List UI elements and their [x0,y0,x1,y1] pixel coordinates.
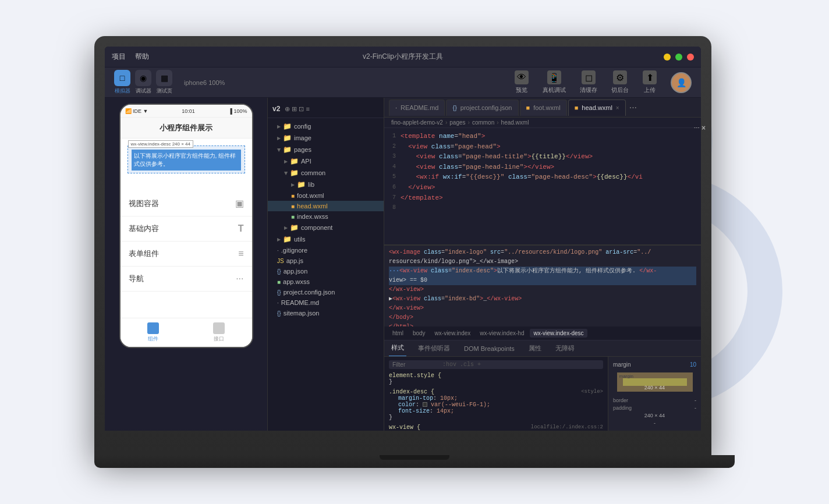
tree-label-lib: lib [308,181,314,188]
tab-foot[interactable]: ■ foot.wxml [520,100,567,116]
folder-icon-api: 📁 [290,157,299,165]
phone-status-left: 📶 IDE ▼ [125,108,148,114]
devtools-tab-dom[interactable]: DOM Breakpoints [462,340,517,357]
tree-item-foot-wxml[interactable]: ■ foot.wxml [268,190,384,201]
html-line-text-5: </wx-view> [389,285,424,294]
tree-label-image: image [294,134,311,141]
upload-action[interactable]: ⬆ 上传 [643,70,657,94]
code-text-7: </template> [401,193,443,204]
file-panel-actions[interactable]: ⊕ ⊞ ⊡ ≡ [285,105,310,113]
preview-label: 预览 [516,86,527,94]
tab-readme[interactable]: · README.md [389,100,445,116]
devtools-element-tabs: html body wx-view.index wx-view.index-hd… [384,326,701,340]
window-minimize[interactable] [664,54,671,61]
styles-filter-input[interactable] [392,361,439,368]
tree-item-component[interactable]: ▶ 📁 component [268,222,384,233]
arrow-lib: ▶ [291,182,295,187]
preview-action[interactable]: 👁 预览 [515,70,529,94]
code-section[interactable]: 1 <template name="head"> 2 <view class="… [384,128,701,244]
tree-item-head-wxml[interactable]: ■ head.wxml [268,201,384,211]
list-item-label-2: 基础内容 [129,223,159,234]
code-line-4: 4 <view class="page-head-line"></view> [384,162,701,173]
devtools-tab-accessibility[interactable]: 无障碍 [553,340,577,357]
switch-backend-label: 切后台 [611,86,629,94]
arrow-utils: ▶ [277,237,281,242]
tree-item-common[interactable]: ▶ 📁 common [268,167,384,179]
upload-icon: ⬆ [643,70,657,84]
devtools-tab-styles[interactable]: 样式 [389,340,406,357]
menu-project[interactable]: 项目 [112,52,126,62]
tree-item-api[interactable]: ▶ 📁 API [268,155,384,167]
list-item-form[interactable]: 表单组件 ≡ [121,242,252,267]
window-close[interactable] [687,54,694,61]
styles-filter[interactable]: :hov .cls + [389,360,603,369]
tree-item-config[interactable]: ▶ 📁 config [268,120,384,132]
box-model-sections: border - padding - 240 × 44 [613,397,696,426]
file-icon-app-js: JS [277,258,284,264]
list-item-nav[interactable]: 导航 ··· [121,267,252,292]
code-line-7: 7 </template> [384,193,701,204]
tab-project-config[interactable]: {} project.config.json [446,100,518,116]
devtools-tab-event[interactable]: 事件侦听器 [416,340,452,357]
devtools-tab-props[interactable]: 属性 [526,340,544,357]
style-rule-index-desc: .index-desc { <style> margin-top: 10px; … [389,389,603,421]
tree-item-app-js[interactable]: JS app.js [268,255,384,266]
tree-item-pages[interactable]: ▶ 📁 pages [268,144,384,155]
element-tab-html[interactable]: html [389,329,407,338]
bm-border-dash: - [695,397,696,403]
tab-more[interactable]: ··· [629,102,637,113]
list-item-view-container[interactable]: 视图容器 ▣ [121,191,252,216]
tree-item-gitignore[interactable]: · .gitignore [268,245,384,255]
tab-close-head[interactable]: × [616,105,619,111]
html-line-text-2: resources/kind/logo.png">_</wx-image> [389,257,518,267]
test-button[interactable]: ▦ 测试页 [156,70,172,95]
tab-head[interactable]: ■ head.wxml × [568,100,626,116]
element-tab-wx-view-index[interactable]: wx-view.index [431,329,474,338]
arrow-image: ▶ [277,136,281,141]
folder-icon-config: 📁 [283,122,292,130]
color-swatch [423,402,427,407]
simulate-button[interactable]: □ 模拟器 [114,70,130,95]
code-text-3: <view class="page-head-title">{{title}}<… [401,152,593,162]
tree-item-index-wxss[interactable]: ■ index.wxss [268,211,384,222]
real-device-action[interactable]: 📱 真机调试 [543,70,566,94]
tree-item-sitemap[interactable]: {} sitemap.json [268,308,384,318]
style-source-wx-view[interactable]: localfile:/.index.css:2 [531,424,603,430]
tree-item-utils[interactable]: ▶ 📁 utils [268,233,384,245]
tree-label-common: common [301,169,325,176]
box-model-label: margin [613,361,631,368]
tree-label-component: component [301,224,332,231]
tree-label-config: config [294,123,311,130]
debug-button[interactable]: ◉ 调试器 [135,70,151,95]
clear-cache-action[interactable]: ◻ 清缓存 [580,70,597,94]
list-item-icon-1: ▣ [235,198,244,209]
phone-nav-components[interactable]: 组件 [147,322,159,343]
switch-backend-icon: ⚙ [613,70,627,84]
style-source-index-desc[interactable]: <style> [581,389,603,395]
debug-label: 调试器 [136,87,151,95]
menu-help[interactable]: 帮助 [135,52,149,62]
tree-item-app-json[interactable]: {} app.json [268,266,384,276]
code-line-1: 1 <template name="head"> [384,132,701,142]
line-num-3: 3 [384,152,401,161]
list-item-basic-content[interactable]: 基础内容 T [121,216,252,242]
devtools-content: :hov .cls + element.style { } .index-des… [384,357,701,431]
tree-item-project-config[interactable]: {} project.config.json [268,287,384,297]
switch-backend-action[interactable]: ⚙ 切后台 [611,70,629,94]
element-tab-wx-view-index-hd[interactable]: wx-view.index-hd [476,329,527,338]
phone-nav-api[interactable]: 接口 [213,322,225,343]
editor-tabs: · README.md {} project.config.json ■ foo… [384,98,701,118]
window-maximize[interactable] [675,54,682,61]
user-avatar[interactable]: 👤 [671,72,692,93]
tree-item-lib[interactable]: ▶ 📁 lib [268,179,384,190]
tree-item-app-wxss[interactable]: ■ app.wxss [268,276,384,287]
element-tab-wx-view-index-desc[interactable]: wx-view.index-desc [530,329,587,338]
tree-item-readme[interactable]: · README.md [268,297,384,308]
element-tab-body[interactable]: body [409,329,429,338]
laptop-container: 项目 帮助 v2-FinClip小程序开发工具 □ 模拟器 [94,36,735,468]
tree-label-index-wxss: index.wxss [297,213,328,220]
titlebar: 项目 帮助 v2-FinClip小程序开发工具 [105,47,701,68]
breadcrumb-common: common [472,119,494,126]
folder-icon-image: 📁 [283,134,292,142]
tree-item-image[interactable]: ▶ 📁 image [268,132,384,144]
